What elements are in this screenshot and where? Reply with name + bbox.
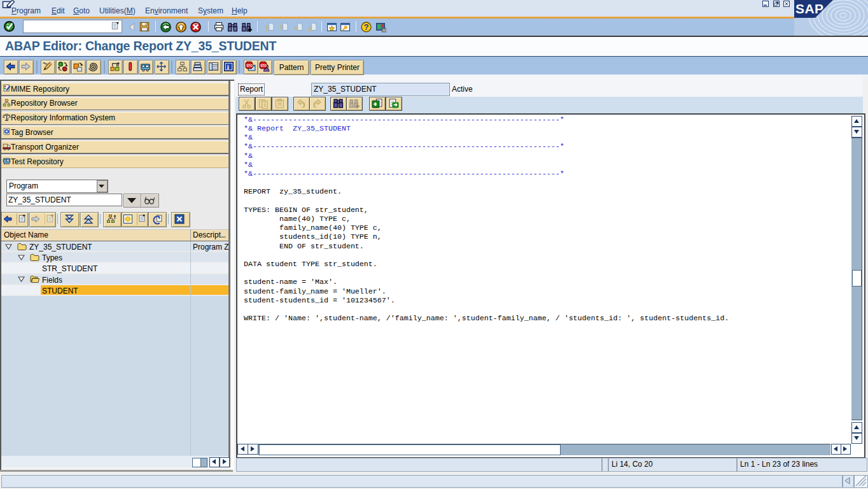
svg-text:STO: STO bbox=[260, 64, 267, 67]
svg-text:i: i bbox=[227, 63, 229, 71]
svg-text:?: ? bbox=[364, 22, 369, 32]
svg-text:STO: STO bbox=[246, 64, 253, 67]
svg-text:SAP: SAP bbox=[795, 1, 823, 16]
